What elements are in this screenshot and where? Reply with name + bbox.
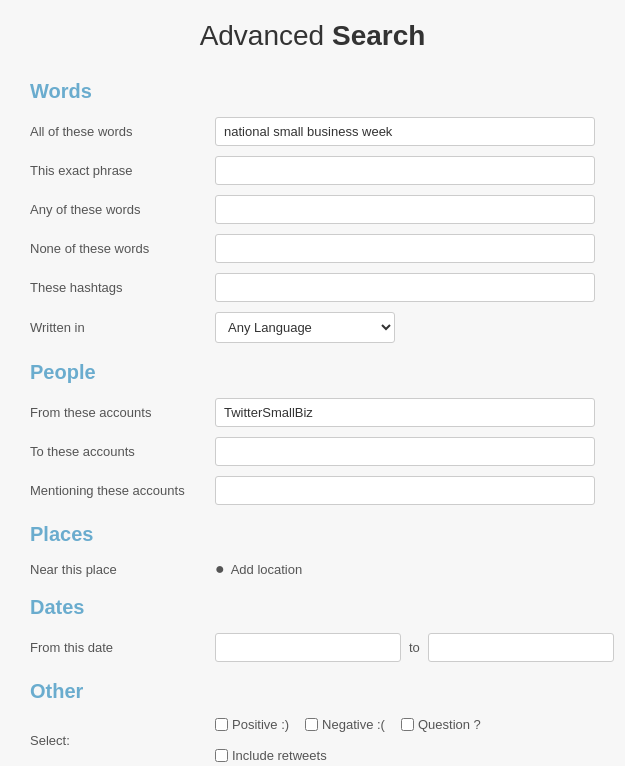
places-heading: Places (30, 523, 595, 546)
all-words-label: All of these words (30, 124, 215, 139)
people-section: People From these accounts To these acco… (30, 361, 595, 505)
question-checkbox-item[interactable]: Question ? (401, 717, 481, 732)
any-words-input[interactable] (215, 195, 595, 224)
from-accounts-row: From these accounts (30, 398, 595, 427)
from-accounts-label: From these accounts (30, 405, 215, 420)
page-container: Advanced Search Words All of these words… (0, 0, 625, 766)
any-words-row: Any of these words (30, 195, 595, 224)
positive-label: Positive :) (232, 717, 289, 732)
language-row: Written in Any Language English Spanish … (30, 312, 595, 343)
retweets-checkbox-item[interactable]: Include retweets (215, 748, 327, 763)
people-heading: People (30, 361, 595, 384)
all-words-row: All of these words (30, 117, 595, 146)
location-icon: ● (215, 560, 225, 578)
checkboxes-group: Positive :) Negative :( Question ? Inclu… (215, 717, 595, 763)
negative-checkbox-item[interactable]: Negative :( (305, 717, 385, 732)
from-date-label: From this date (30, 640, 215, 655)
none-words-row: None of these words (30, 234, 595, 263)
to-date-input[interactable] (428, 633, 614, 662)
positive-checkbox-item[interactable]: Positive :) (215, 717, 289, 732)
retweets-label: Include retweets (232, 748, 327, 763)
places-section: Places Near this place ● Add location (30, 523, 595, 578)
exact-phrase-input[interactable] (215, 156, 595, 185)
checkboxes-row: Select: Positive :) Negative :( Question… (30, 717, 595, 763)
none-words-label: None of these words (30, 241, 215, 256)
dates-inputs: to (215, 633, 614, 662)
select-label: Select: (30, 733, 215, 748)
positive-checkbox[interactable] (215, 718, 228, 731)
to-accounts-label: To these accounts (30, 444, 215, 459)
mentioning-accounts-input[interactable] (215, 476, 595, 505)
none-words-input[interactable] (215, 234, 595, 263)
dates-section: Dates From this date to (30, 596, 595, 662)
language-select[interactable]: Any Language English Spanish French Germ… (215, 312, 395, 343)
words-heading: Words (30, 80, 595, 103)
to-label: to (409, 640, 420, 655)
words-section: Words All of these words This exact phra… (30, 80, 595, 343)
mentioning-accounts-label: Mentioning these accounts (30, 483, 215, 498)
mentioning-accounts-row: Mentioning these accounts (30, 476, 595, 505)
near-place-label: Near this place (30, 562, 215, 577)
to-accounts-input[interactable] (215, 437, 595, 466)
page-title: Advanced Search (30, 20, 595, 52)
to-accounts-row: To these accounts (30, 437, 595, 466)
all-words-input[interactable] (215, 117, 595, 146)
from-accounts-input[interactable] (215, 398, 595, 427)
negative-checkbox[interactable] (305, 718, 318, 731)
any-words-label: Any of these words (30, 202, 215, 217)
hashtags-row: These hashtags (30, 273, 595, 302)
retweets-checkbox[interactable] (215, 749, 228, 762)
question-checkbox[interactable] (401, 718, 414, 731)
add-location-button[interactable]: ● Add location (215, 560, 302, 578)
near-place-row: Near this place ● Add location (30, 560, 595, 578)
language-label: Written in (30, 320, 215, 335)
from-date-row: From this date to (30, 633, 595, 662)
hashtags-input[interactable] (215, 273, 595, 302)
other-heading: Other (30, 680, 595, 703)
hashtags-label: These hashtags (30, 280, 215, 295)
exact-phrase-label: This exact phrase (30, 163, 215, 178)
add-location-label: Add location (231, 562, 303, 577)
other-section: Other Select: Positive :) Negative :( Qu… (30, 680, 595, 763)
from-date-input[interactable] (215, 633, 401, 662)
question-label: Question ? (418, 717, 481, 732)
negative-label: Negative :( (322, 717, 385, 732)
exact-phrase-row: This exact phrase (30, 156, 595, 185)
dates-heading: Dates (30, 596, 595, 619)
